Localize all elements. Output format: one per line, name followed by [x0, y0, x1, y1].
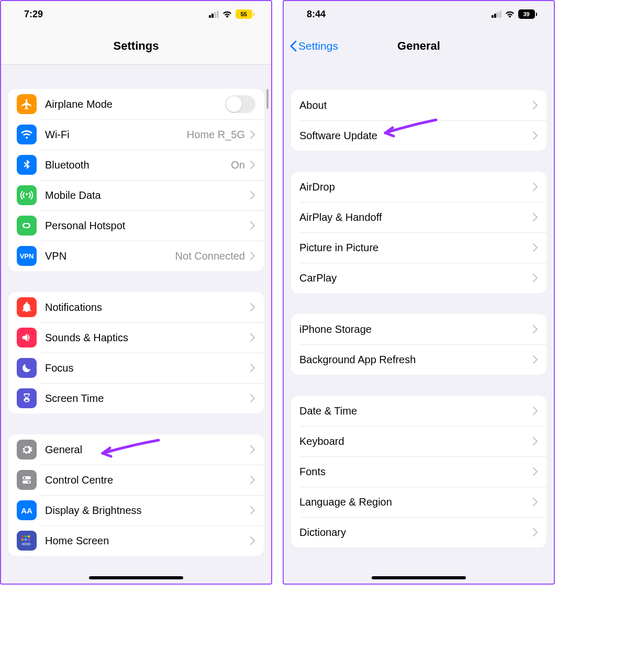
home-grid-icon — [17, 531, 37, 551]
nav-bar: Settings General — [284, 27, 554, 65]
row-language-region[interactable]: Language & Region — [291, 487, 546, 517]
battery-icon: 39 — [518, 9, 538, 19]
row-notifications[interactable]: Notifications — [8, 292, 264, 322]
row-date-time[interactable]: Date & Time — [291, 396, 546, 426]
row-sounds-haptics[interactable]: Sounds & Haptics — [8, 322, 264, 353]
chevron-right-icon — [533, 274, 538, 282]
group-notifications: Notifications Sounds & Haptics Focus — [8, 292, 264, 413]
row-detail: Not Connected — [175, 250, 245, 262]
chevron-right-icon — [250, 252, 255, 260]
row-personal-hotspot[interactable]: Personal Hotspot — [8, 210, 264, 241]
row-background-refresh[interactable]: Background App Refresh — [291, 344, 546, 375]
group-about: About Software Update — [291, 90, 546, 151]
row-bluetooth[interactable]: Bluetooth On — [8, 150, 264, 180]
row-label: Background App Refresh — [299, 354, 533, 366]
row-airplay-handoff[interactable]: AirPlay & Handoff — [291, 202, 546, 232]
chevron-right-icon — [533, 213, 538, 221]
home-indicator[interactable] — [89, 576, 183, 579]
row-screen-time[interactable]: Screen Time — [8, 383, 264, 413]
settings-content: Airplane Mode Wi-Fi Home R_5G Bluetooth … — [1, 65, 271, 584]
row-label: Screen Time — [45, 393, 250, 405]
nav-title: Settings — [114, 39, 159, 53]
status-bar: 8:44 39 — [284, 1, 554, 27]
chevron-right-icon — [533, 101, 538, 109]
row-vpn[interactable]: VPN VPN Not Connected — [8, 241, 264, 271]
row-focus[interactable]: Focus — [8, 353, 264, 383]
airplane-toggle[interactable] — [225, 95, 255, 113]
svg-point-1 — [24, 477, 26, 479]
row-airdrop[interactable]: AirDrop — [291, 172, 546, 202]
chevron-right-icon — [250, 303, 255, 311]
chevron-right-icon — [533, 183, 538, 191]
nav-title: General — [397, 39, 440, 53]
chevron-right-icon — [250, 476, 255, 484]
row-label: Bluetooth — [45, 159, 231, 171]
status-right: 39 — [492, 9, 537, 19]
back-label: Settings — [298, 40, 338, 52]
row-label: Notifications — [45, 301, 250, 313]
chevron-right-icon — [250, 445, 255, 454]
airplane-icon — [17, 94, 37, 114]
row-label: General — [45, 444, 250, 456]
row-airplane-mode[interactable]: Airplane Mode — [8, 89, 264, 119]
row-label: Software Update — [299, 130, 533, 142]
antenna-icon — [17, 185, 37, 205]
row-label: Keyboard — [299, 435, 533, 447]
row-fonts[interactable]: Fonts — [291, 456, 546, 487]
row-iphone-storage[interactable]: iPhone Storage — [291, 314, 546, 344]
chevron-right-icon — [533, 131, 538, 140]
wifi-row-icon — [17, 125, 37, 144]
row-software-update[interactable]: Software Update — [291, 120, 546, 151]
chevron-right-icon — [250, 191, 255, 199]
row-label: Language & Region — [299, 496, 533, 508]
back-button[interactable]: Settings — [289, 27, 338, 65]
row-picture-in-picture[interactable]: Picture in Picture — [291, 232, 546, 263]
group-connectivity: Airplane Mode Wi-Fi Home R_5G Bluetooth … — [8, 89, 264, 271]
svg-rect-5 — [25, 535, 27, 537]
svg-rect-8 — [25, 539, 27, 541]
chevron-right-icon — [250, 536, 255, 545]
row-label: Personal Hotspot — [45, 220, 250, 232]
moon-icon — [17, 358, 37, 378]
svg-rect-4 — [21, 535, 24, 537]
row-label: Control Centre — [45, 474, 250, 486]
row-home-screen[interactable]: Home Screen — [8, 525, 264, 556]
switches-icon — [17, 470, 37, 490]
row-label: Home Screen — [45, 535, 250, 547]
row-display-brightness[interactable]: AA Display & Brightness — [8, 495, 264, 525]
nav-bar: Settings — [1, 27, 271, 65]
row-label: Focus — [45, 362, 250, 374]
row-wifi[interactable]: Wi-Fi Home R_5G — [8, 119, 264, 150]
row-label: Display & Brightness — [45, 505, 250, 517]
row-mobile-data[interactable]: Mobile Data — [8, 180, 264, 210]
group-date-keyboard: Date & Time Keyboard Fonts Language & Re… — [291, 396, 546, 547]
svg-rect-7 — [21, 539, 24, 541]
home-indicator[interactable] — [372, 576, 466, 579]
wifi-icon — [505, 10, 515, 18]
row-label: VPN — [45, 250, 175, 262]
group-storage: iPhone Storage Background App Refresh — [291, 314, 546, 375]
chevron-right-icon — [533, 467, 538, 476]
chevron-right-icon — [533, 528, 538, 536]
bell-icon — [17, 297, 37, 317]
svg-rect-10 — [21, 543, 31, 545]
row-general[interactable]: General — [8, 434, 264, 465]
row-label: AirPlay & Handoff — [299, 211, 533, 223]
row-control-centre[interactable]: Control Centre — [8, 465, 264, 495]
row-keyboard[interactable]: Keyboard — [291, 426, 546, 456]
row-detail: Home R_5G — [187, 129, 245, 141]
chevron-right-icon — [250, 130, 255, 139]
row-about[interactable]: About — [291, 90, 546, 120]
status-right: 55 — [209, 9, 254, 19]
row-dictionary[interactable]: Dictionary — [291, 517, 546, 547]
row-label: Fonts — [299, 466, 533, 478]
scrollbar[interactable] — [266, 89, 269, 109]
gear-icon — [17, 440, 37, 460]
aa-icon: AA — [17, 500, 37, 520]
speaker-icon — [17, 328, 37, 348]
svg-rect-9 — [28, 539, 30, 541]
row-carplay[interactable]: CarPlay — [291, 263, 546, 293]
chevron-right-icon — [250, 364, 255, 372]
chevron-right-icon — [250, 394, 255, 402]
wifi-icon — [222, 10, 232, 18]
